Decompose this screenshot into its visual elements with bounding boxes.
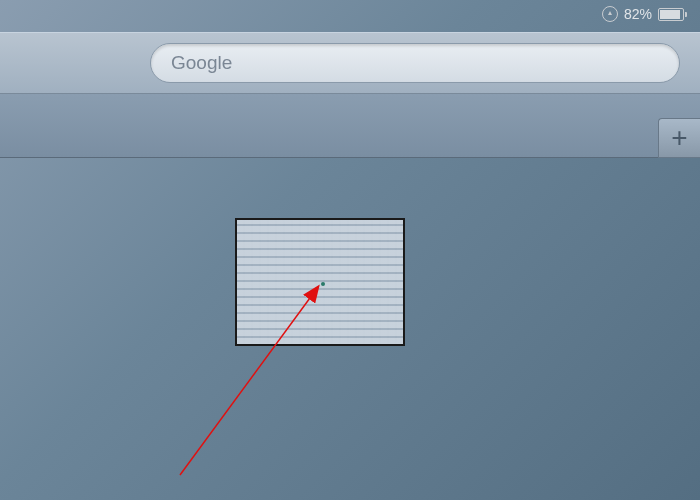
- battery-fill: [660, 10, 680, 19]
- browser-toolbar: Google: [0, 32, 700, 94]
- status-bar: 82%: [602, 0, 700, 28]
- dead-pixel-marker: [321, 282, 325, 286]
- search-placeholder: Google: [171, 52, 232, 74]
- plus-icon: +: [671, 122, 687, 154]
- battery-percent: 82%: [624, 6, 652, 22]
- zoom-overlay: [235, 218, 405, 346]
- sync-icon: [602, 6, 618, 22]
- add-tab-button[interactable]: +: [658, 118, 700, 158]
- search-input[interactable]: Google: [150, 43, 680, 83]
- battery-icon: [658, 8, 684, 21]
- tab-strip: [0, 94, 700, 158]
